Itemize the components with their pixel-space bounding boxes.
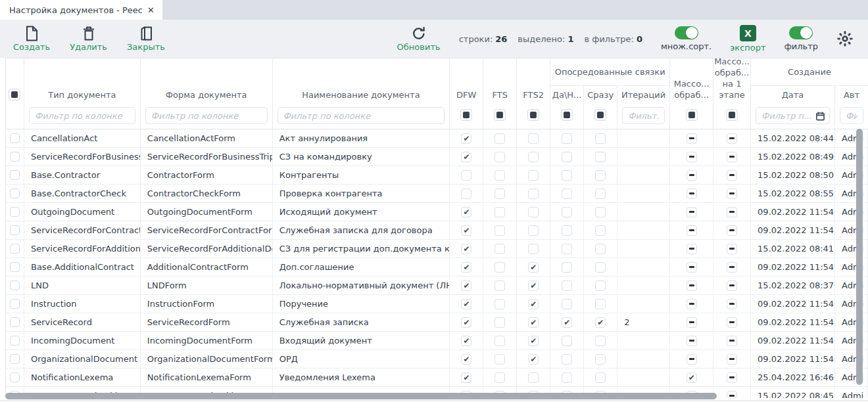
- filter-mass-stage1-checkbox[interactable]: [726, 109, 738, 121]
- cell-date: 09.02.2022 11:54: [751, 258, 835, 276]
- row-checkbox[interactable]: [10, 372, 20, 382]
- column-header-mass-batch[interactable]: Массо... обраб...: [670, 58, 713, 129]
- column-header-date[interactable]: Дата: [751, 86, 835, 129]
- tab-document-settings[interactable]: Настройка документов - Реестр ✕: [0, 0, 162, 20]
- unchecked-checkbox: [494, 207, 505, 217]
- table-row[interactable]: NotificationLexemaNotificationLexemaForm…: [6, 368, 868, 387]
- column-header-name[interactable]: Наименование документа: [273, 58, 450, 129]
- cell-author: Admi: [835, 295, 868, 313]
- column-header-immediate[interactable]: Сразу: [584, 86, 617, 129]
- row-checkbox[interactable]: [10, 262, 20, 272]
- filter-type-input[interactable]: [29, 107, 135, 124]
- cell-author: Admi: [835, 313, 868, 331]
- row-checkbox[interactable]: [10, 299, 20, 309]
- column-header-dfw[interactable]: DFW: [450, 58, 483, 129]
- row-checkbox[interactable]: [10, 225, 20, 235]
- filter-author-input[interactable]: [840, 107, 863, 124]
- cell-form: ServiceRecordForContractForm: [141, 221, 273, 239]
- select-all-checkbox[interactable]: [9, 89, 20, 100]
- filter-fts2-checkbox[interactable]: [527, 109, 539, 121]
- horizontal-scrollbar-thumb[interactable]: [5, 393, 717, 399]
- settings-button[interactable]: [836, 30, 854, 47]
- cell-mass_batch: [670, 295, 713, 313]
- table-row[interactable]: ServiceRecordForBusinessTServiceRecordFo…: [6, 148, 868, 166]
- filter-immediate-checkbox[interactable]: [594, 109, 606, 121]
- close-registry-button[interactable]: Закрыть: [127, 26, 165, 52]
- column-header-mass-stage1[interactable]: Массо... обраб... на 1 этапе: [713, 58, 751, 129]
- filter-mass-batch-checkbox[interactable]: [686, 109, 698, 121]
- grid-stats: строки:26 выделено:1 в фильтре:0: [459, 34, 642, 44]
- cell-yesno: [550, 166, 584, 184]
- cell-mass_stage: [713, 148, 751, 166]
- table-row[interactable]: Base.ContractorContractorFormКонтрагенты…: [6, 166, 868, 185]
- cell-date: 09.02.2022 11:54: [751, 295, 835, 313]
- table-row[interactable]: ServiceRecordForAdditionaServiceRecordFo…: [6, 240, 868, 258]
- row-checkbox[interactable]: [10, 133, 20, 143]
- filter-dfw-checkbox[interactable]: [460, 109, 472, 121]
- table-row[interactable]: ServiceRecordForContractServiceRecordFor…: [6, 221, 868, 240]
- row-checkbox[interactable]: [10, 317, 20, 327]
- toggle-on-track: [675, 26, 698, 39]
- row-select-cell: [6, 258, 24, 276]
- unchecked-checkbox: [494, 133, 505, 144]
- row-checkbox[interactable]: [10, 244, 20, 254]
- row-checkbox[interactable]: [10, 170, 20, 180]
- delete-button[interactable]: Удалить: [70, 26, 107, 52]
- cell-name: СЗ для регистрации доп.документа к дог: [273, 240, 450, 257]
- cell-author: Admi: [835, 203, 868, 221]
- cell-iterations: [617, 295, 670, 313]
- column-header-fts[interactable]: FTS: [483, 58, 517, 129]
- row-checkbox[interactable]: [10, 354, 20, 364]
- cell-iterations: [617, 203, 670, 221]
- date-filter-text[interactable]: [761, 111, 815, 121]
- row-checkbox[interactable]: [10, 336, 20, 346]
- filter-toggle[interactable]: фильтр: [784, 26, 818, 51]
- tab-close-icon[interactable]: ✕: [147, 5, 155, 15]
- filter-iterations-input[interactable]: [622, 107, 665, 124]
- column-header-fts2[interactable]: FTS2: [517, 58, 550, 129]
- column-header-author[interactable]: Авт: [835, 86, 868, 129]
- filter-form-input[interactable]: [145, 107, 268, 124]
- indeterminate-checkbox: [687, 354, 697, 365]
- row-checkbox[interactable]: [10, 189, 20, 198]
- table-row[interactable]: IncomingDocumentIncomingDocumentFormВход…: [6, 332, 868, 350]
- row-checkbox[interactable]: [10, 207, 20, 217]
- table-row[interactable]: OutgoingDocumentOutgoingDocumentFormИсхо…: [6, 203, 868, 221]
- refresh-button-label: Обновить: [397, 43, 441, 52]
- unchecked-checkbox: [562, 170, 572, 181]
- multisort-toggle[interactable]: множ.сорт.: [661, 26, 711, 51]
- unchecked-checkbox: [562, 189, 572, 199]
- column-header-iterations[interactable]: Итераций: [617, 86, 670, 129]
- table-row[interactable]: Base.ContractorCheckContractorCheckFormП…: [6, 185, 868, 203]
- cell-mass_batch: [670, 203, 713, 221]
- filter-name-input[interactable]: [277, 107, 445, 124]
- cell-type: ServiceRecordForBusinessT: [24, 148, 141, 166]
- filter-fts-checkbox[interactable]: [494, 109, 506, 121]
- create-button[interactable]: Создать: [13, 26, 50, 52]
- indeterminate-checkbox: [727, 189, 737, 199]
- filter-date-input[interactable]: [756, 107, 830, 124]
- table-row[interactable]: LNDLNDFormЛокально-нормативный документ …: [6, 277, 868, 295]
- vertical-scrollbar-thumb[interactable]: [856, 129, 863, 385]
- cell-fts2: ✔: [517, 295, 550, 313]
- cell-mass_stage: [713, 221, 751, 239]
- export-button[interactable]: X экспорт: [730, 25, 765, 53]
- tab-title: Настройка документов - Реестр: [9, 5, 142, 15]
- column-header-yesno[interactable]: Да\Н...: [550, 86, 584, 129]
- table-row[interactable]: Base.AdditionalContractAdditionalContrac…: [6, 258, 868, 277]
- cell-name: Поручение: [273, 295, 450, 313]
- row-checkbox[interactable]: [10, 280, 20, 290]
- column-header-form[interactable]: Форма документа: [141, 58, 273, 129]
- table-row[interactable]: InstructionInstructionFormПоручение✔✔09.…: [6, 295, 868, 313]
- checked-checkbox: ✔: [562, 317, 572, 328]
- table-row[interactable]: ServiceRecordServiceRecordFormСлужебная …: [6, 313, 868, 332]
- row-checkbox[interactable]: [10, 152, 20, 162]
- calendar-icon[interactable]: [815, 111, 825, 121]
- column-header-type[interactable]: Тип документа: [24, 58, 141, 129]
- filter-yesno-checkbox[interactable]: [561, 109, 573, 121]
- table-row[interactable]: OrganizationalDocumentOrganizationalDocu…: [6, 350, 868, 368]
- delete-button-label: Удалить: [70, 43, 107, 52]
- unchecked-checkbox: [562, 133, 572, 144]
- refresh-button[interactable]: Обновить: [397, 26, 441, 52]
- table-row[interactable]: CancellationActCancellationActFormАкт ан…: [6, 129, 868, 148]
